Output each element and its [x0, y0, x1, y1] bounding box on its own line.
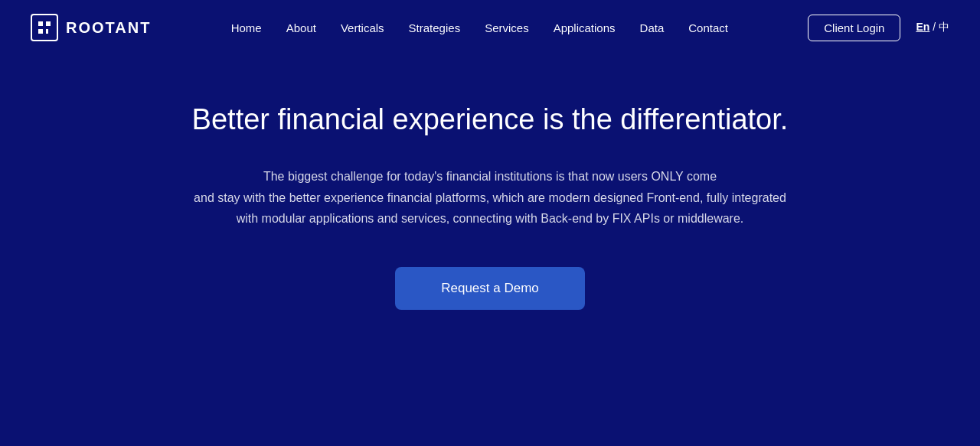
brand-name: ROOTANT	[66, 19, 151, 37]
nav-data[interactable]: Data	[631, 17, 674, 39]
language-switcher[interactable]: En / 中	[916, 21, 949, 34]
hero-description: The biggest challenge for today's financ…	[194, 166, 786, 229]
hero-section: Better financial experience is the diffe…	[0, 55, 980, 340]
nav-services[interactable]: Services	[475, 17, 538, 39]
header-right: Client Login En / 中	[808, 15, 949, 41]
logo-icon	[31, 14, 58, 41]
main-nav: Home About Verticals Strategies Services…	[222, 17, 737, 39]
client-login-button[interactable]: Client Login	[808, 15, 900, 41]
nav-verticals[interactable]: Verticals	[332, 17, 394, 39]
nav-applications[interactable]: Applications	[544, 17, 625, 39]
hero-title: Better financial experience is the diffe…	[192, 101, 789, 138]
svg-rect-2	[46, 21, 51, 26]
svg-rect-3	[46, 29, 48, 34]
lang-zh[interactable]: 中	[939, 21, 949, 33]
logo-area[interactable]: ROOTANT	[31, 14, 151, 41]
lang-separator: /	[929, 21, 939, 33]
request-demo-button[interactable]: Request a Demo	[395, 267, 585, 310]
svg-rect-1	[38, 29, 43, 34]
nav-strategies[interactable]: Strategies	[400, 17, 470, 39]
nav-about[interactable]: About	[277, 17, 325, 39]
lang-en[interactable]: En	[916, 21, 929, 33]
nav-home[interactable]: Home	[222, 17, 271, 39]
site-header: ROOTANT Home About Verticals Strategies …	[0, 0, 980, 55]
nav-contact[interactable]: Contact	[679, 17, 737, 39]
svg-rect-0	[38, 21, 43, 26]
